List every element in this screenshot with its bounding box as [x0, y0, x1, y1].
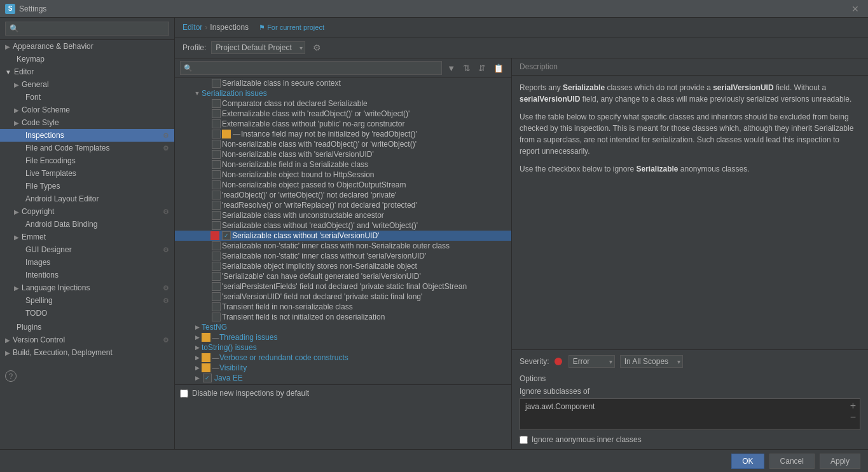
sidebar-item-android-data[interactable]: Android Data Binding: [0, 218, 174, 231]
sidebar-item-build[interactable]: ▶ Build, Execution, Deployment: [0, 346, 174, 359]
gear-icon[interactable]: ⚙: [163, 144, 169, 152]
table-row[interactable]: Serializable object implicitly stores no…: [175, 261, 511, 271]
sidebar-item-intentions[interactable]: Intentions: [0, 269, 174, 281]
table-row[interactable]: ▶ Java EE: [175, 373, 511, 383]
remove-ignore-button[interactable]: −: [846, 410, 860, 424]
table-row[interactable]: Serializable non-'static' inner class wi…: [175, 251, 511, 261]
gear-icon[interactable]: ⚙: [163, 284, 169, 292]
row-checkbox[interactable]: [212, 221, 221, 230]
gear-icon[interactable]: ⚙: [163, 208, 169, 216]
row-checkbox[interactable]: [212, 79, 221, 88]
row-checkbox[interactable]: [212, 201, 221, 210]
row-checkbox[interactable]: [212, 119, 221, 128]
table-row[interactable]: Externalizable class without 'public' no…: [175, 119, 511, 129]
gear-icon[interactable]: ⚙: [163, 336, 169, 344]
row-checkbox[interactable]: [212, 130, 221, 138]
sidebar-item-copyright[interactable]: ▶ Copyright ⚙: [0, 205, 174, 218]
row-checkbox[interactable]: [212, 180, 221, 189]
row-checkbox[interactable]: [212, 272, 221, 281]
sidebar-item-file-types[interactable]: File Types: [0, 180, 174, 192]
table-row[interactable]: ▼ Serialization issues: [175, 88, 511, 98]
table-row[interactable]: 'serialVersionUID' field not declared 'p…: [175, 292, 511, 302]
table-row[interactable]: Non-serializable class with 'serialVersi…: [175, 149, 511, 159]
sidebar-item-gui-designer[interactable]: GUI Designer ⚙: [0, 243, 174, 256]
anonymous-checkbox[interactable]: [520, 436, 528, 444]
profile-select[interactable]: Project Default Project: [211, 41, 305, 54]
gear-icon[interactable]: ⚙: [163, 297, 169, 305]
table-row[interactable]: Externalizable class with 'readObject()'…: [175, 109, 511, 119]
sidebar-item-code-style[interactable]: ▶ Code Style: [0, 116, 174, 129]
table-row[interactable]: Serializable class with unconstructable …: [175, 210, 511, 220]
table-row[interactable]: Non-serializable class with 'readObject(…: [175, 139, 511, 149]
sidebar-item-version-control[interactable]: ▶ Version Control ⚙: [0, 334, 174, 346]
row-checkbox[interactable]: [212, 191, 221, 199]
tree-search-input[interactable]: [180, 61, 442, 75]
sidebar-item-todo[interactable]: TODO: [0, 307, 174, 320]
row-checkbox[interactable]: [212, 292, 221, 301]
row-checkbox[interactable]: [203, 374, 212, 382]
row-checkbox[interactable]: [212, 140, 221, 149]
table-row[interactable]: 'serialPersistentFields' field not decla…: [175, 281, 511, 292]
gear-icon[interactable]: ⚙: [163, 246, 169, 254]
table-row-selected[interactable]: Serializable class without 'serialVersio…: [175, 231, 511, 241]
breadcrumb-editor[interactable]: Editor: [183, 23, 202, 32]
table-row[interactable]: 'readObject()' or 'writeObject()' not de…: [175, 190, 511, 200]
sidebar-item-file-code-templates[interactable]: File and Code Templates ⚙: [0, 142, 174, 154]
table-row[interactable]: 'Serializable' can have default generate…: [175, 271, 511, 281]
row-checkbox[interactable]: [212, 313, 221, 321]
sidebar-item-keymap[interactable]: Keymap: [0, 53, 174, 65]
project-note-link[interactable]: For current project: [267, 24, 324, 31]
filter-button[interactable]: ▼: [444, 62, 458, 74]
sidebar-item-appearance[interactable]: ▶ Appearance & Behavior: [0, 40, 174, 53]
sidebar-item-lang-injections[interactable]: ▶ Language Injections ⚙: [0, 281, 174, 294]
sidebar-search-input[interactable]: [5, 22, 169, 36]
row-checkbox[interactable]: [212, 99, 221, 108]
severity-select[interactable]: Error Warning Info: [568, 355, 615, 368]
gear-icon[interactable]: ⚙: [163, 131, 169, 140]
row-checkbox[interactable]: [212, 211, 221, 220]
table-row[interactable]: Serializable class without 'readObject()…: [175, 220, 511, 231]
row-checkbox[interactable]: [212, 252, 221, 260]
disable-new-checkbox[interactable]: [180, 389, 188, 398]
table-row[interactable]: Serializable class in secure context: [175, 78, 511, 88]
collapse-all-button[interactable]: ⇵: [476, 62, 488, 74]
row-checkbox[interactable]: [222, 231, 231, 240]
table-row[interactable]: Non-serializable object passed to Object…: [175, 180, 511, 190]
table-row[interactable]: — Instance field may not be initialized …: [175, 129, 511, 139]
row-checkbox[interactable]: [212, 170, 221, 179]
sidebar-item-live-templates[interactable]: Live Templates: [0, 167, 174, 180]
table-row[interactable]: Comparator class not declared Serializab…: [175, 98, 511, 109]
row-checkbox[interactable]: [212, 109, 221, 118]
table-row[interactable]: Serializable non-'static' inner class wi…: [175, 241, 511, 251]
row-checkbox[interactable]: [212, 160, 221, 169]
sidebar-item-general[interactable]: ▶ General: [0, 78, 174, 91]
table-row[interactable]: Transient field is not initialized on de…: [175, 312, 511, 322]
close-button[interactable]: ✕: [848, 3, 863, 15]
table-row[interactable]: Transient field in non-serializable clas…: [175, 302, 511, 312]
profile-gear-icon[interactable]: ⚙: [310, 41, 324, 54]
row-checkbox[interactable]: [212, 282, 221, 291]
sidebar-item-images[interactable]: Images: [0, 256, 174, 269]
table-row[interactable]: Non-serializable object bound to HttpSes…: [175, 170, 511, 180]
row-checkbox[interactable]: [212, 302, 221, 311]
table-row[interactable]: ▶ — Visibility: [175, 363, 511, 373]
sidebar-item-inspections[interactable]: Inspections ⚙: [0, 129, 174, 142]
sidebar-item-emmet[interactable]: ▶ Emmet: [0, 231, 174, 243]
row-checkbox[interactable]: [212, 241, 221, 250]
sidebar-item-editor[interactable]: ▼ Editor: [0, 65, 174, 78]
row-checkbox[interactable]: [212, 150, 221, 159]
table-row[interactable]: Non-serializable field in a Serializable…: [175, 159, 511, 170]
sidebar-item-file-encodings[interactable]: File Encodings: [0, 154, 174, 167]
table-row[interactable]: ▶ — Threading issues: [175, 332, 511, 342]
sidebar-item-spelling[interactable]: Spelling ⚙: [0, 294, 174, 307]
table-row[interactable]: ▶ — Verbose or redundant code constructs: [175, 353, 511, 363]
sidebar-item-font[interactable]: Font: [0, 91, 174, 104]
help-icon[interactable]: ?: [5, 370, 17, 382]
table-row[interactable]: 'readResolve()' or 'writeReplace()' not …: [175, 200, 511, 210]
apply-button[interactable]: Apply: [820, 454, 860, 469]
table-row[interactable]: ▶ TestNG: [175, 322, 511, 332]
expand-all-button[interactable]: ⇅: [460, 62, 473, 74]
row-checkbox[interactable]: [212, 262, 221, 271]
sidebar-item-android-layout[interactable]: Android Layout Editor: [0, 192, 174, 205]
sidebar-item-color-scheme[interactable]: ▶ Color Scheme: [0, 104, 174, 116]
